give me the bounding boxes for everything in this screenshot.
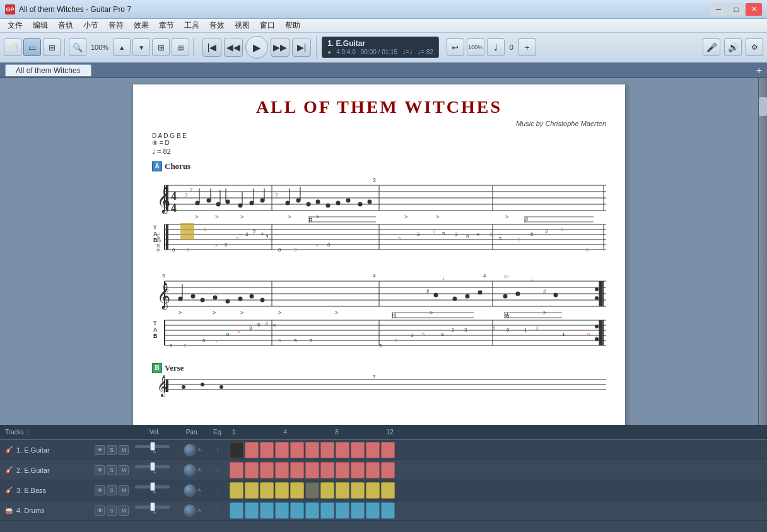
rewind-btn[interactable]: ◀◀ bbox=[224, 38, 243, 57]
grid-btn[interactable]: ⊞ bbox=[152, 38, 170, 56]
track-block[interactable] bbox=[290, 442, 304, 458]
track-block[interactable] bbox=[320, 442, 334, 458]
track-3-mute[interactable]: M bbox=[119, 485, 129, 495]
track-block-selected[interactable] bbox=[230, 442, 243, 458]
microphone-btn[interactable]: 🎤 bbox=[703, 38, 720, 56]
track-block[interactable] bbox=[245, 442, 259, 458]
track-block[interactable] bbox=[336, 502, 349, 519]
track-block[interactable] bbox=[290, 462, 304, 478]
track-block[interactable] bbox=[290, 482, 304, 499]
track-4-fader[interactable] bbox=[135, 506, 170, 509]
track-1-fader[interactable] bbox=[135, 445, 170, 448]
track-block[interactable] bbox=[366, 442, 380, 458]
track-3-pan-knob[interactable] bbox=[184, 484, 196, 497]
track-3-eye[interactable]: 👁 bbox=[95, 485, 105, 495]
track-4-mute[interactable]: M bbox=[119, 506, 129, 516]
track-block[interactable] bbox=[275, 462, 289, 478]
speaker-btn[interactable]: 🔊 bbox=[724, 38, 742, 56]
track-block[interactable] bbox=[260, 442, 274, 458]
mixer-btn[interactable]: ⚙ bbox=[746, 38, 763, 56]
track-4-eye[interactable]: 👁 bbox=[95, 506, 105, 516]
track-block[interactable] bbox=[230, 482, 243, 499]
track-block[interactable] bbox=[260, 502, 274, 519]
track-block[interactable] bbox=[366, 462, 380, 478]
maximize-button[interactable]: □ bbox=[728, 3, 744, 16]
menu-effect[interactable]: 效果 bbox=[129, 19, 154, 32]
undo-btn[interactable]: ↩ bbox=[447, 38, 464, 56]
track-block[interactable] bbox=[366, 502, 380, 519]
track-block[interactable] bbox=[305, 442, 319, 458]
track-block[interactable] bbox=[366, 482, 380, 499]
multitrack-view-btn[interactable]: ⊞ bbox=[43, 38, 61, 56]
new-tab-button[interactable]: + bbox=[756, 65, 762, 76]
play-btn[interactable]: ▶ bbox=[245, 36, 268, 59]
grid2-btn[interactable]: ▤ bbox=[172, 38, 189, 56]
track-3-solo[interactable]: S bbox=[107, 485, 117, 495]
page-view-btn[interactable]: ⬜ bbox=[4, 38, 21, 56]
track-block[interactable] bbox=[245, 502, 259, 519]
track-2-eq-icon[interactable]: ⫶ bbox=[216, 466, 220, 473]
track-2-fader[interactable] bbox=[135, 465, 170, 468]
score-tab[interactable]: All of them Witches bbox=[5, 64, 91, 76]
continuous-view-btn[interactable]: ▭ bbox=[23, 38, 41, 56]
track-4-eq-icon[interactable]: ⫶ bbox=[216, 507, 220, 514]
track-block[interactable] bbox=[336, 462, 349, 478]
menu-note[interactable]: 音符 bbox=[103, 19, 129, 32]
menu-file[interactable]: 文件 bbox=[3, 19, 28, 32]
track-block[interactable] bbox=[245, 482, 259, 499]
track-1-pan-knob[interactable] bbox=[184, 444, 196, 456]
track-block[interactable] bbox=[275, 442, 289, 458]
track-block[interactable] bbox=[381, 502, 395, 519]
menu-audio[interactable]: 音效 bbox=[204, 19, 230, 32]
metronome-btn[interactable]: ♩ bbox=[487, 38, 505, 56]
menu-edit[interactable]: 编辑 bbox=[28, 19, 53, 32]
track-block[interactable] bbox=[351, 462, 365, 478]
track-4-pan-knob[interactable] bbox=[184, 504, 196, 517]
track-3-fader[interactable] bbox=[135, 485, 170, 489]
scrollbar-thumb[interactable] bbox=[759, 97, 767, 116]
track-block[interactable] bbox=[230, 502, 243, 519]
track-block[interactable] bbox=[290, 502, 304, 519]
menu-bar-item[interactable]: 小节 bbox=[78, 19, 103, 32]
track-2-mute[interactable]: M bbox=[119, 465, 129, 475]
minimize-button[interactable]: ─ bbox=[710, 3, 727, 16]
track-block[interactable] bbox=[320, 462, 334, 478]
close-button[interactable]: ✕ bbox=[746, 3, 762, 16]
go-end-btn[interactable]: ▶| bbox=[292, 38, 311, 57]
track-block[interactable] bbox=[260, 462, 274, 478]
track-block[interactable] bbox=[260, 482, 274, 499]
vertical-scrollbar[interactable] bbox=[758, 78, 767, 425]
menu-view[interactable]: 视图 bbox=[230, 19, 255, 32]
track-1-eq-icon[interactable]: ⫶ bbox=[216, 446, 220, 453]
track-block[interactable] bbox=[381, 442, 395, 458]
track-block[interactable] bbox=[336, 442, 349, 458]
plus-btn[interactable]: + bbox=[518, 38, 536, 56]
track-2-eye[interactable]: 👁 bbox=[95, 465, 105, 475]
track-block[interactable] bbox=[275, 502, 289, 519]
track-block[interactable] bbox=[320, 482, 334, 499]
track-block[interactable] bbox=[351, 442, 365, 458]
track-block[interactable] bbox=[245, 462, 259, 478]
track-1-eye[interactable]: 👁 bbox=[95, 445, 105, 455]
menu-window[interactable]: 窗口 bbox=[255, 19, 280, 32]
track-2-pan-knob[interactable] bbox=[184, 464, 196, 477]
track-1-mute[interactable]: M bbox=[119, 445, 129, 455]
track-block[interactable] bbox=[305, 502, 319, 519]
zoom-in-btn[interactable]: ▲ bbox=[113, 38, 131, 56]
menu-track[interactable]: 音轨 bbox=[53, 19, 78, 32]
zoom-out-btn[interactable]: ▼ bbox=[132, 38, 150, 56]
menu-section[interactable]: 章节 bbox=[154, 19, 179, 32]
track-4-solo[interactable]: S bbox=[107, 506, 117, 516]
track-block[interactable] bbox=[305, 462, 319, 478]
zoom-search-btn[interactable]: 🔍 bbox=[69, 38, 86, 56]
track-2-solo[interactable]: S bbox=[107, 465, 117, 475]
track-3-eq-icon[interactable]: ⫶ bbox=[216, 487, 220, 494]
playback-speed-btn[interactable]: 100% bbox=[467, 38, 484, 56]
track-block[interactable] bbox=[381, 462, 395, 478]
track-block[interactable] bbox=[275, 482, 289, 499]
track-block[interactable] bbox=[351, 502, 365, 519]
forward-btn[interactable]: ▶▶ bbox=[271, 38, 290, 57]
go-start-btn[interactable]: |◀ bbox=[202, 38, 221, 57]
track-block[interactable] bbox=[320, 502, 334, 519]
track-1-solo[interactable]: S bbox=[107, 445, 117, 455]
